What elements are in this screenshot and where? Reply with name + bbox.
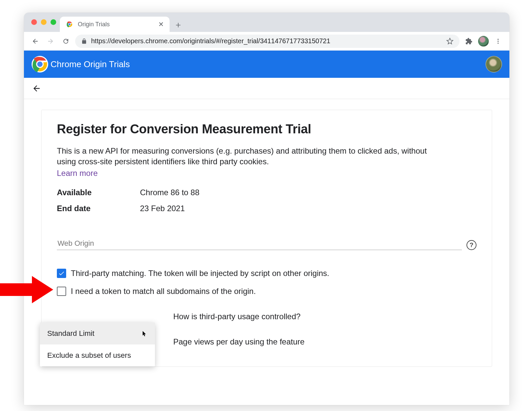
menu-button[interactable] [492,35,504,47]
end-date-value: 23 Feb 2021 [140,204,476,213]
chrome-favicon-icon [66,21,73,28]
page-back-button[interactable] [30,82,43,95]
reload-icon [62,38,69,45]
reload-button[interactable] [60,35,72,47]
usage-dropdown[interactable]: Standard Limit Exclude a subset of users [40,323,155,366]
arrow-left-icon [32,84,41,93]
address-bar[interactable]: https://developers.chrome.com/origintria… [75,35,460,48]
close-tab-icon[interactable]: ✕ [157,20,165,28]
star-icon[interactable] [446,38,454,45]
url-text: https://developers.chrome.com/origintria… [91,37,442,45]
svg-point-4 [497,41,498,42]
new-tab-button[interactable]: ＋ [172,18,185,31]
nav-forward-button[interactable] [45,35,57,47]
web-origin-input[interactable] [57,237,462,250]
help-icon[interactable]: ? [466,240,476,250]
browser-tab[interactable]: Origin Trials ✕ [60,17,170,32]
subdomains-checkbox[interactable] [57,287,66,296]
window-controls [31,19,56,25]
svg-point-5 [497,43,498,44]
available-label: Available [57,188,140,197]
maximize-window-button[interactable] [51,19,56,25]
browser-tabstrip: Origin Trials ✕ ＋ [24,13,509,32]
puzzle-icon [465,38,472,45]
page-title: Register for Conversion Measurement Tria… [57,122,476,136]
lock-icon [81,38,87,44]
dropdown-option-exclude[interactable]: Exclude a subset of users [40,344,155,366]
app-header: Chrome Origin Trials [24,51,509,78]
kebab-icon [495,38,501,45]
dropdown-option-label: Standard Limit [47,329,94,338]
browser-toolbar: https://developers.chrome.com/origintria… [24,32,509,51]
close-window-button[interactable] [31,19,37,25]
arrow-right-icon [47,38,54,45]
dropdown-option-standard[interactable]: Standard Limit [40,323,155,344]
subdomains-label: I need a token to match all subdomains o… [71,287,256,296]
end-date-label: End date [57,204,140,213]
arrow-left-icon [32,38,39,45]
available-value: Chrome 86 to 88 [140,188,476,197]
profile-avatar[interactable] [478,36,489,47]
cursor-icon [142,331,148,337]
page-nav-row [24,78,509,99]
svg-point-3 [497,39,498,40]
dropdown-option-label: Exclude a subset of users [47,351,131,360]
usage-question: How is third-party usage controlled? [173,312,476,321]
tab-title: Origin Trials [78,21,152,28]
chrome-logo-icon [31,56,49,73]
third-party-checkbox[interactable] [57,269,66,278]
check-icon [58,270,65,277]
third-party-label: Third-party matching. The token will be … [71,269,329,278]
extensions-button[interactable] [463,35,475,47]
learn-more-link[interactable]: Learn more [57,169,98,178]
pageviews-question: Page views per day using the feature [173,337,476,346]
app-title: Chrome Origin Trials [51,59,130,69]
minimize-window-button[interactable] [41,19,47,25]
nav-back-button[interactable] [29,35,41,47]
user-avatar[interactable] [485,56,502,72]
page-description: This is a new API for measuring conversi… [57,146,433,167]
